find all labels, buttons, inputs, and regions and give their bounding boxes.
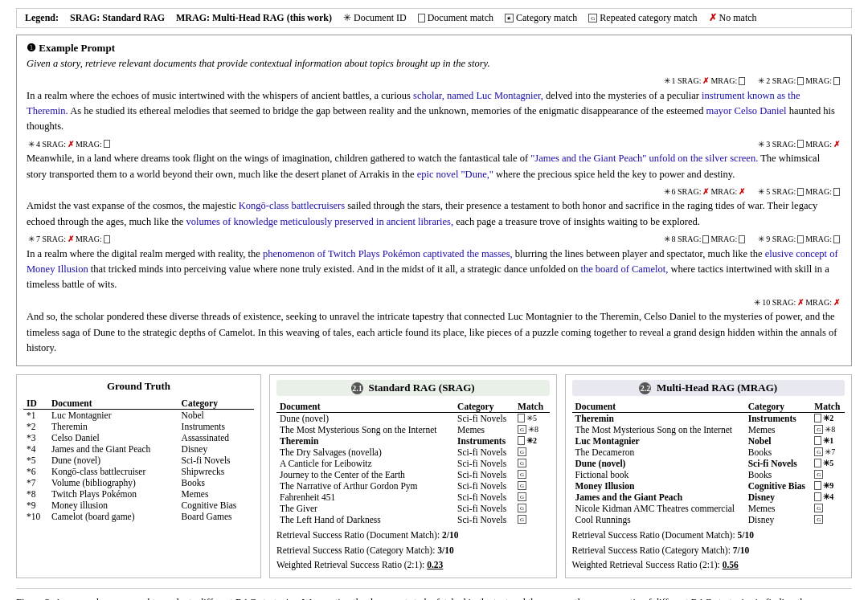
- ann-8: ✳ 8 SRAG: MRAG:: [664, 233, 746, 246]
- mrag-doc-cell: Cool Runnings: [572, 514, 745, 525]
- ann-5: ✳ 5 SRAG: MRAG:: [758, 186, 840, 198]
- mrag-col-doc: Document: [572, 401, 745, 413]
- srag-match-cell: G✳8: [514, 424, 549, 435]
- gt-id-cell: *2: [23, 421, 48, 432]
- mrag-doc-cell: James and the Giant Peach: [572, 492, 745, 503]
- gt-doc-cell: Dune (novel): [48, 455, 178, 466]
- srag10-x: ✗: [797, 296, 804, 309]
- srag-cat-cell: Sci-fi Novels: [454, 480, 514, 492]
- mrag-cat-cell: Cognitive Bias: [745, 480, 812, 492]
- ann-9: ✳ 9 SRAG: MRAG:: [758, 233, 840, 246]
- ann-group-2-left: ✳ 4 SRAG: ✗ MRAG:: [28, 138, 110, 151]
- gt-col-id: ID: [23, 398, 48, 410]
- srag-match-cell: G: [514, 447, 549, 458]
- ann-1: ✳ 1 SRAG: ✗ MRAG:: [664, 75, 746, 88]
- mrag7-doc: [104, 235, 110, 243]
- match-cell: G: [518, 504, 546, 512]
- srag-match-cell: G: [514, 469, 549, 480]
- srag1-x-icon: ✗: [702, 75, 709, 88]
- doc-match-icon: [814, 436, 821, 445]
- doc-match-icon: [814, 459, 821, 467]
- ann-group-4-left: ✳ 7 SRAG: ✗ MRAG:: [28, 233, 110, 246]
- metric-value: 5/10: [737, 530, 753, 540]
- srag-container: 2.1 Standard RAG (SRAG) Document Categor…: [269, 374, 557, 578]
- match-id: ✳1: [823, 436, 833, 445]
- srag7-x: ✗: [68, 233, 74, 246]
- metric-line: Retrieval Success Ratio (Document Match)…: [572, 528, 845, 542]
- match-id: ✳4: [823, 492, 833, 501]
- match-cell: ✳9: [814, 481, 841, 490]
- ground-truth-table: ID Document Category *1 Luc Montagnier N…: [23, 398, 254, 522]
- legend: Legend: SRAG: Standard RAG MRAG: Multi-H…: [16, 8, 852, 28]
- repcat-icon: G: [518, 515, 526, 524]
- mrag9-doc: [833, 235, 840, 243]
- table-row: *9 Money illusion Cognitive Bias: [23, 500, 254, 511]
- legend-nomatch-label: No match: [719, 12, 757, 24]
- mrag-match-cell: G: [811, 503, 845, 514]
- mrag-match-cell: G: [811, 469, 845, 480]
- gt-doc-cell: Money illusion: [48, 500, 178, 511]
- mrag6-x: ✗: [739, 186, 745, 198]
- gt-id-cell: *5: [23, 455, 48, 466]
- mrag-container: 2.2 Multi-Head RAG (MRAG) Document Categ…: [565, 374, 853, 578]
- repcat-icon: G: [814, 470, 823, 479]
- doc-match-icon: [814, 492, 821, 501]
- metric-line: Weighted Retrieval Success Ratio (2:1): …: [572, 557, 845, 572]
- gt-doc-cell: Celso Daniel: [48, 432, 178, 443]
- mrag-doc-cell: Theremin: [572, 413, 745, 425]
- table-row: The Left Hand of Darkness Sci-fi Novels …: [276, 514, 550, 525]
- metric-value: 0.23: [427, 560, 443, 569]
- srag-doc-cell: Journey to the Center of the Earth: [276, 469, 454, 480]
- mrag-cat-cell: Disney: [745, 492, 812, 503]
- srag-col-doc: Document: [276, 401, 454, 413]
- prompt-instruction: Given a story, retrieve relevant documen…: [27, 58, 841, 70]
- table-row: Luc Montagnier Nobel ✳1: [572, 435, 845, 447]
- match-id: ✳8: [825, 425, 835, 434]
- gt-doc-cell: Kongō-class battlecruiser: [48, 466, 178, 477]
- mrag-title-text: Multi-Head RAG (MRAG): [657, 382, 777, 394]
- gt-id-cell: *10: [23, 511, 48, 522]
- ground-truth-title: Ground Truth: [23, 380, 254, 393]
- srag-table: Document Category Match Dune (novel) Sci…: [276, 401, 550, 525]
- table-row: Cool Runnings Disney G: [572, 514, 845, 525]
- srag-doc-cell: Fahrenheit 451: [276, 492, 454, 503]
- match-cell: G: [518, 515, 546, 524]
- ann-row-2: ✳ 4 SRAG: ✗ MRAG: ✳ 3 SRAG: MRAG: ✗: [27, 138, 841, 151]
- srag5-doc: [797, 188, 804, 196]
- mrag-cat-cell: Sci-fi Novels: [745, 458, 812, 469]
- match-cell: ✳4: [814, 492, 841, 501]
- table-row: *6 Kongō-class battlecruiser Shipwrecks: [23, 466, 254, 477]
- repcat-icon: G: [518, 459, 526, 467]
- table-row: Money Illusion Cognitive Bias ✳9: [572, 480, 845, 492]
- srag9-doc: [797, 235, 804, 243]
- srag-cat-cell: Sci-fi Novels: [454, 447, 514, 458]
- legend-nomatch: ✗ No match: [709, 12, 757, 24]
- mrag3-x: ✗: [833, 138, 840, 151]
- legend-docid-label: Document ID: [354, 12, 407, 24]
- ann-10: ✳ 10 SRAG: ✗ MRAG: ✗: [754, 296, 840, 309]
- metric-label: Retrieval Success Ratio (Category Match)…: [572, 545, 731, 555]
- mrag2-doc-icon: [833, 77, 840, 85]
- gt-doc-cell: Twitch Plays Pokémon: [48, 488, 178, 500]
- gt-cat-cell: Disney: [178, 443, 254, 455]
- doc-match-icon: [814, 481, 821, 490]
- star-icon-9: ✳: [758, 233, 764, 246]
- match-cell: ✳5: [814, 459, 841, 467]
- table-row: *4 James and the Giant Peach Disney: [23, 443, 254, 455]
- gt-doc-cell: Theremin: [48, 421, 178, 432]
- table-row: *7 Volume (bibliography) Books: [23, 477, 254, 488]
- match-id: ✳8: [528, 425, 538, 434]
- mrag-doc-cell: Dune (novel): [572, 458, 745, 469]
- table-row: *2 Theremin Instruments: [23, 421, 254, 432]
- mrag-col-match: Match: [811, 401, 845, 413]
- match-cell: G: [518, 470, 546, 479]
- srag-match-cell: ✳2: [514, 435, 549, 447]
- srag-cat-cell: Memes: [454, 424, 514, 435]
- tables-section: Ground Truth ID Document Category *1 Luc…: [16, 374, 852, 578]
- story-para-3: Amidst the vast expanse of the cosmos, t…: [27, 198, 841, 230]
- match-id: ✳2: [823, 414, 833, 422]
- gt-id-cell: *9: [23, 500, 48, 511]
- example-prompt-title: ❶ Example Prompt: [27, 42, 841, 55]
- srag-match-cell: ✳5: [514, 413, 549, 425]
- mrag-cat-cell: Instruments: [745, 413, 812, 425]
